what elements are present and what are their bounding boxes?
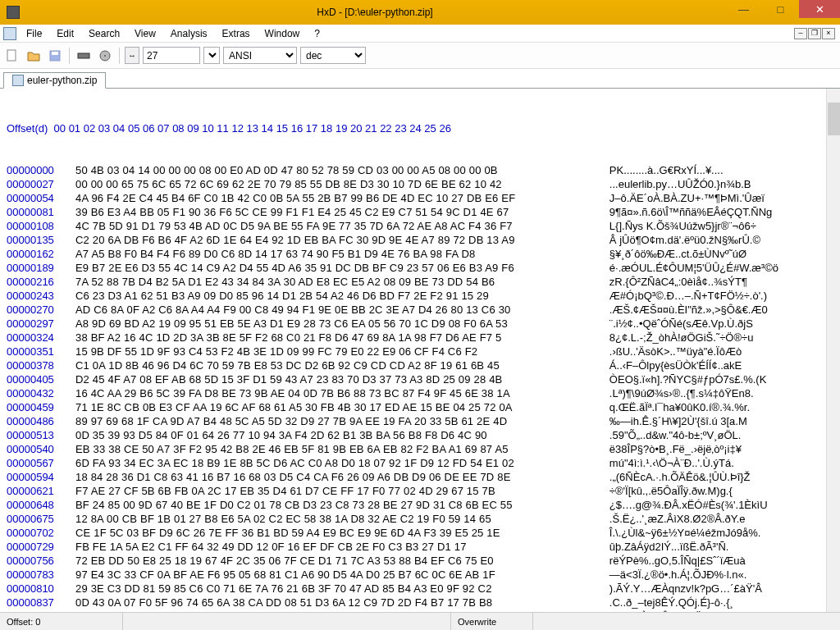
menu-analysis[interactable]: Analysis: [164, 26, 214, 41]
hex-row[interactable]: 00000459 71 1E 8C CB 0B E3 CF AA 19 6C A…: [7, 400, 837, 414]
hex-row[interactable]: 00000702 CE 1F 5C 03 BF D9 6C 26 7E FF 3…: [7, 526, 837, 540]
mdi-minimize-button[interactable]: –: [794, 28, 807, 39]
hex-row[interactable]: 00000135 C2 20 6A DB F6 B6 4F A2 6D 1E 6…: [7, 233, 837, 247]
file-tab-icon: [12, 75, 24, 86]
hex-row[interactable]: 00000000 50 4B 03 04 14 00 00 00 08 00 E…: [7, 163, 837, 177]
menu-search[interactable]: Search: [82, 26, 126, 41]
hex-row[interactable]: 00000270 AD C6 8A 0F A2 C6 8A A4 A4 F9 0…: [7, 303, 837, 317]
menu-bar: FileEditSearchViewAnalysisExtrasWindow?: [20, 26, 326, 41]
status-mid: [123, 613, 451, 630]
hex-row[interactable]: 00000540 EB 33 38 CE 50 A7 3F F2 95 42 B…: [7, 442, 837, 456]
hex-row[interactable]: 00000027 00 00 00 65 75 6C 65 72 6C 69 6…: [7, 177, 837, 191]
hex-row[interactable]: 00000108 4C 7B 5D 91 D1 79 53 4B AD 0C D…: [7, 219, 837, 233]
hex-row[interactable]: 00000837 0D 43 0A 07 F0 5F 96 74 65 6A 3…: [7, 596, 837, 609]
charset-select[interactable]: ANSI: [223, 47, 297, 64]
hex-row[interactable]: 00000216 7A 52 88 7B D4 B2 5A D1 E2 43 3…: [7, 275, 837, 289]
close-button[interactable]: ✕: [799, 0, 840, 18]
hex-row[interactable]: 00000378 C1 0A 1D 8B 46 96 D4 6C 70 59 7…: [7, 358, 837, 372]
svg-rect-3: [78, 53, 89, 58]
hex-row[interactable]: 00000648 BF 24 85 00 9D 67 40 BE 1F D0 C…: [7, 498, 837, 512]
hex-row[interactable]: 00000297 A8 9D 69 BD A2 19 09 95 51 EB 5…: [7, 317, 837, 331]
menu-edit[interactable]: Edit: [50, 26, 80, 41]
mdi-restore-button[interactable]: ❐: [808, 28, 821, 39]
file-tab[interactable]: euler-python.zip: [3, 72, 106, 89]
status-overwrite: Overwrite: [451, 613, 533, 630]
status-offset: Offset: 0: [0, 613, 123, 630]
app-icon: [7, 6, 20, 19]
vertical-scrollbar[interactable]: [826, 89, 840, 612]
hex-row[interactable]: 00000486 89 97 69 68 1F CA 9D A7 B4 48 5…: [7, 414, 837, 428]
hex-row[interactable]: 00000675 12 8A 00 CB BF 1B 01 27 B8 E6 5…: [7, 512, 837, 526]
hex-row[interactable]: 00000351 15 9B DF 55 1D 9F 93 C4 53 F2 4…: [7, 345, 837, 358]
hex-row[interactable]: 00000324 38 BF A2 16 4C 1D 2D 3A 3B 8E 5…: [7, 331, 837, 345]
svg-rect-0: [7, 50, 16, 61]
hex-row[interactable]: 00000162 A7 A5 B8 F0 B4 F4 F6 89 D0 C6 8…: [7, 247, 837, 261]
window-title: HxD - [D:\euler-python.zip]: [25, 7, 725, 18]
hex-row[interactable]: 00000189 E9 B7 2E E6 D3 55 4C 14 C9 A2 D…: [7, 261, 837, 275]
row-arrows-icon[interactable]: ↔: [125, 47, 139, 64]
hex-row[interactable]: 00000729 FB FE 1A 5A E2 C1 FF 64 32 49 D…: [7, 540, 837, 554]
hex-row[interactable]: 00000756 72 EB DD 50 E8 25 18 19 67 4F 2…: [7, 554, 837, 568]
new-file-button[interactable]: [3, 47, 21, 65]
doc-icon: [3, 27, 16, 40]
hex-row[interactable]: 00000081 39 B6 E3 A4 BB 05 F1 90 36 F6 5…: [7, 205, 837, 219]
svg-point-5: [104, 55, 106, 57]
file-tab-label: euler-python.zip: [27, 75, 97, 86]
disk-icon[interactable]: [96, 47, 114, 65]
hex-row[interactable]: 00000594 18 84 28 36 D1 C8 63 41 16 B7 1…: [7, 470, 837, 484]
hex-row[interactable]: 00000810 29 3E C3 DD 81 59 85 C6 C0 71 6…: [7, 582, 837, 596]
ram-icon[interactable]: [75, 47, 93, 65]
hex-row[interactable]: 00000783 97 E4 3C 33 CF 0A BF AE F6 95 0…: [7, 568, 837, 582]
hex-row[interactable]: 00000432 16 4C AA 29 B6 5C 39 FA D8 BE 7…: [7, 386, 837, 400]
mdi-close-button[interactable]: ×: [822, 28, 835, 39]
maximize-button[interactable]: □: [762, 0, 799, 18]
menu-view[interactable]: View: [128, 26, 162, 41]
menu-help[interactable]: ?: [308, 26, 326, 41]
open-file-button[interactable]: [25, 47, 43, 65]
hex-editor[interactable]: Offset(d) 00 01 02 03 04 05 06 07 08 09 …: [0, 89, 840, 614]
bytes-per-row-input[interactable]: [143, 47, 200, 64]
svg-rect-2: [52, 52, 58, 55]
menu-window[interactable]: Window: [258, 26, 307, 41]
hex-row[interactable]: 00000243 C6 23 D3 A1 62 51 B3 A9 09 D0 8…: [7, 289, 837, 303]
hex-row[interactable]: 00000621 F7 AE 27 CF 5B 6B FB 0A 2C 17 E…: [7, 484, 837, 498]
hex-row[interactable]: 00000054 4A 96 F4 2E C4 45 B4 6F C0 1B 4…: [7, 191, 837, 205]
menu-extras[interactable]: Extras: [216, 26, 257, 41]
bytes-per-row-select[interactable]: [203, 47, 220, 64]
hex-row[interactable]: 00000513 0D 35 39 93 D5 84 0F 01 64 26 7…: [7, 428, 837, 442]
minimize-button[interactable]: —: [725, 0, 762, 18]
save-dropdown-button[interactable]: [46, 47, 64, 65]
menu-file[interactable]: File: [20, 26, 48, 41]
hex-row[interactable]: 00000567 6D FA 93 34 EC 3A EC 18 B9 1E 8…: [7, 456, 837, 470]
number-base-select[interactable]: dec: [300, 47, 366, 64]
hex-row[interactable]: 00000405 D2 45 4F A7 08 EF AB 68 5D 15 3…: [7, 372, 837, 386]
